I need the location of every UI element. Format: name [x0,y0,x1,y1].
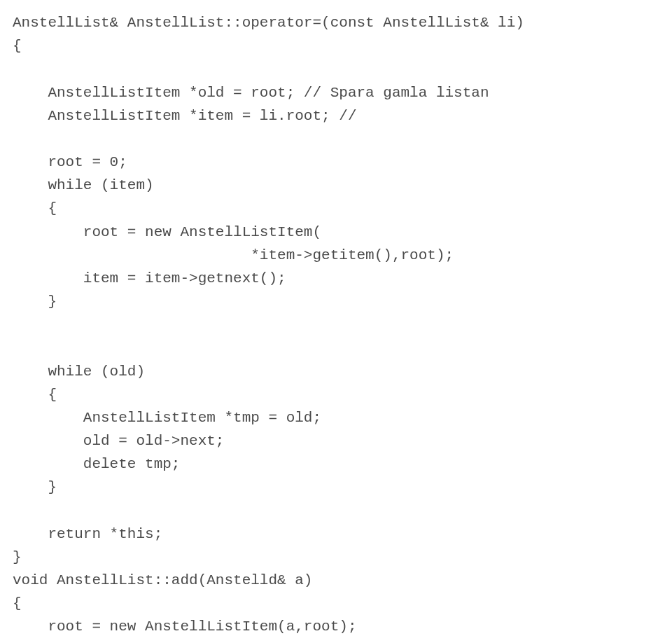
code-block: AnstellList& AnstellList::operator=(cons… [0,0,672,643]
